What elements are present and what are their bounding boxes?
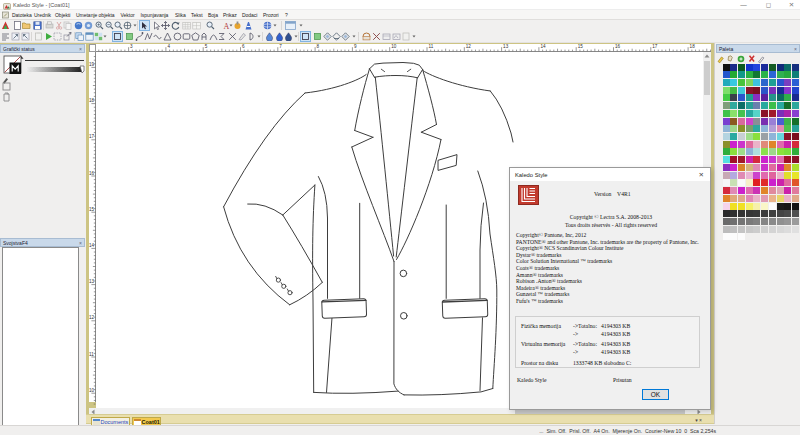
svg-text:4: 4 [167, 44, 170, 49]
svg-text:10: 10 [391, 44, 397, 49]
svg-text:14: 14 [89, 243, 95, 248]
svg-text:12: 12 [89, 315, 95, 320]
svg-text:15: 15 [578, 44, 584, 49]
svg-text:19: 19 [89, 62, 95, 67]
svg-text:15: 15 [89, 207, 95, 212]
svg-text:18: 18 [690, 44, 696, 49]
svg-text:14: 14 [540, 44, 546, 49]
svg-text:17: 17 [652, 44, 658, 49]
svg-text:13: 13 [89, 279, 95, 284]
svg-text:5: 5 [205, 44, 208, 49]
svg-text:16: 16 [615, 44, 621, 49]
svg-text:9: 9 [354, 44, 357, 49]
svg-text:13: 13 [503, 44, 509, 49]
svg-text:11: 11 [89, 352, 94, 357]
svg-text:11: 11 [429, 44, 434, 49]
svg-text:7: 7 [279, 44, 282, 49]
svg-text:10: 10 [89, 388, 95, 393]
svg-text:6: 6 [242, 44, 245, 49]
svg-text:18: 18 [89, 98, 95, 103]
svg-text:8: 8 [317, 44, 320, 49]
svg-text:12: 12 [466, 44, 472, 49]
svg-text:3: 3 [130, 44, 133, 49]
svg-text:17: 17 [89, 134, 95, 139]
svg-text:16: 16 [89, 171, 95, 176]
